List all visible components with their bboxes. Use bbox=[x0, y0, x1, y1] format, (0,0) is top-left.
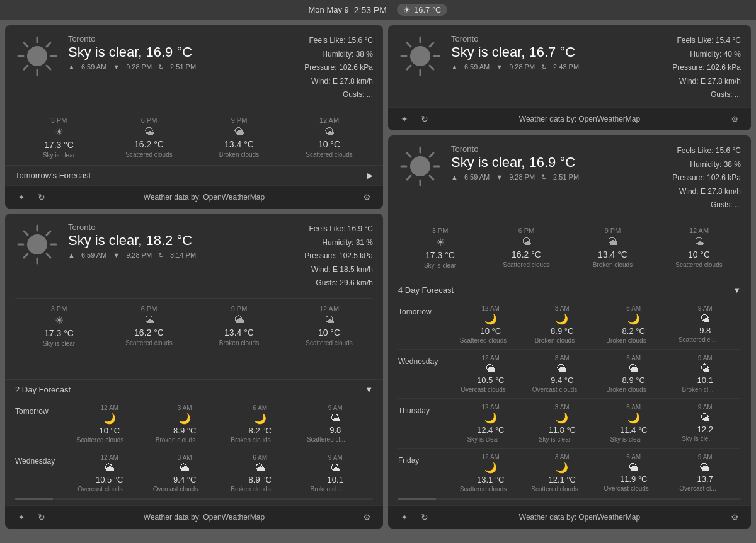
forecast-temp: 13.4 °C bbox=[571, 249, 655, 260]
slot-temp: 8.2 °C bbox=[598, 326, 670, 336]
forecast-icon: ☀ bbox=[398, 236, 482, 248]
widget-2-sunrise: 6:59 AM bbox=[464, 63, 490, 71]
refresh-button-4[interactable]: ↻ bbox=[35, 511, 48, 523]
slot-desc: Scattered cl... bbox=[298, 436, 355, 443]
day-slot: 6 AM 🌥 8.9 °C Broken clouds bbox=[222, 454, 298, 493]
slot-desc: Broken clouds bbox=[147, 437, 204, 443]
forecast-icon: 🌤 bbox=[484, 236, 568, 248]
widget-1-footer-text: Weather data by: OpenWeatherMap bbox=[144, 193, 265, 202]
svg-line-33 bbox=[430, 176, 433, 180]
forecast-icon: 🌥 bbox=[195, 314, 283, 326]
widget-4-footer-text: Weather data by: OpenWeatherMap bbox=[144, 513, 265, 522]
compass-button-2[interactable]: ✦ bbox=[398, 113, 411, 125]
widget-2-wind: Wind: E 27.8 km/h bbox=[672, 75, 741, 89]
compass-button-1[interactable]: ✦ bbox=[15, 191, 28, 203]
widget-3-day-forecast: Tomorrow 12 AM 🌙 10 °C Scattered clouds … bbox=[398, 300, 741, 498]
slot-time: 12 AM bbox=[455, 305, 527, 312]
widget-4-header: Toronto Sky is clear, 18.2 °C ▲ 6:59 AM … bbox=[15, 222, 373, 290]
widget-4-humidity: Humidity: 31 % bbox=[304, 236, 373, 250]
slot-desc: Sky is clear bbox=[598, 436, 655, 443]
slot-desc: Scattered clouds bbox=[527, 486, 583, 493]
svg-line-5 bbox=[24, 43, 28, 47]
widget-4-condition: Sky is clear, 18.2 °C bbox=[68, 233, 295, 248]
slot-time: 3 AM bbox=[527, 355, 598, 362]
slot-time: 6 AM bbox=[222, 454, 298, 461]
widget-3-forecast-header[interactable]: 4 Day Forecast ▼ bbox=[398, 285, 741, 295]
widget-1-footer-left: ✦ ↻ bbox=[15, 191, 48, 203]
slot-temp: 11.4 °C bbox=[598, 425, 670, 435]
widget-3-body: Toronto Sky is clear, 16.9 °C ▲ 6:59 AM … bbox=[388, 135, 751, 280]
svg-line-32 bbox=[407, 153, 411, 157]
slot-desc: Broken clouds bbox=[598, 337, 655, 344]
slot-temp: 11.9 °C bbox=[598, 474, 670, 484]
slot-desc: Broken clouds bbox=[527, 337, 583, 344]
forecast-time: 9 PM bbox=[571, 227, 655, 234]
slot-temp: 11.8 °C bbox=[527, 425, 598, 435]
day-label: Wednesday bbox=[398, 355, 455, 366]
sunset-icon-3: ▼ bbox=[496, 173, 503, 181]
slot-temp: 9.4 °C bbox=[527, 375, 598, 385]
settings-button-2[interactable]: ⚙ bbox=[728, 113, 741, 125]
settings-button-3[interactable]: ⚙ bbox=[728, 511, 741, 523]
compass-button-3[interactable]: ✦ bbox=[398, 511, 411, 523]
svg-line-7 bbox=[47, 43, 50, 47]
day-label: Tomorrow bbox=[15, 404, 72, 416]
svg-point-27 bbox=[410, 156, 430, 176]
forecast-temp: 10 °C bbox=[285, 328, 373, 338]
slot-time: 3 AM bbox=[527, 404, 598, 411]
slot-desc: Sky is clear bbox=[527, 436, 583, 443]
day-slot: 9 AM 🌤 12.2 Sky is cle... bbox=[670, 404, 742, 442]
settings-button-1[interactable]: ⚙ bbox=[360, 191, 373, 203]
sun-icon-4 bbox=[15, 222, 59, 266]
svg-line-14 bbox=[24, 231, 28, 235]
day-slot: 3 AM 🌙 11.8 °C Sky is clear bbox=[527, 404, 598, 443]
scrollbar-thumb-4[interactable] bbox=[15, 498, 53, 500]
widget-4-forecast-section: 2 Day Forecast ▼ Tomorrow 12 AM 🌙 10 °C … bbox=[5, 379, 383, 498]
slot-time: 9 AM bbox=[298, 404, 374, 411]
widget-4-updated: 3:14 PM bbox=[170, 251, 196, 260]
refresh-button-1[interactable]: ↻ bbox=[35, 191, 48, 203]
forecast-item: 3 PM ☀ 17.3 °C Sky is clear bbox=[15, 305, 103, 347]
day-slot: 6 AM 🌙 8.2 °C Broken clouds bbox=[222, 404, 298, 443]
day-slot: 12 AM 🌥 10.5 °C Overcast clouds bbox=[72, 454, 147, 493]
slot-time: 9 AM bbox=[670, 355, 742, 362]
forecast-desc: Scattered clouds bbox=[285, 151, 373, 158]
slot-icon: 🌙 bbox=[598, 412, 670, 424]
day-label: Tomorrow bbox=[398, 305, 455, 316]
forecast-icon: 🌥 bbox=[195, 126, 283, 137]
svg-line-25 bbox=[430, 43, 433, 47]
settings-button-4[interactable]: ⚙ bbox=[360, 511, 373, 523]
slot-icon: 🌙 bbox=[147, 413, 223, 425]
slot-time: 12 AM bbox=[72, 404, 147, 411]
widget-1-sunset: 9:28 PM bbox=[126, 63, 152, 71]
refresh-button-2[interactable]: ↻ bbox=[418, 113, 431, 125]
svg-line-23 bbox=[407, 43, 411, 47]
day-label: Wednesday bbox=[15, 454, 72, 466]
slot-icon: 🌙 bbox=[527, 313, 598, 325]
widget-1-condition: Sky is clear, 16.9 °C bbox=[68, 45, 295, 60]
svg-line-17 bbox=[24, 254, 28, 258]
day-forecast-row: Wednesday 12 AM 🌥 10.5 °C Overcast cloud… bbox=[15, 449, 373, 498]
forecast-item: 9 PM 🌥 13.4 °C Broken clouds bbox=[571, 227, 655, 269]
widget-1-tomorrow-header[interactable]: Tomorrow's Forecast ▶ bbox=[15, 171, 373, 180]
compass-button-4[interactable]: ✦ bbox=[15, 511, 28, 523]
widget-4-footer: ✦ ↻ Weather data by: OpenWeatherMap ⚙ bbox=[5, 505, 383, 529]
slot-temp: 10 °C bbox=[72, 426, 147, 435]
slot-temp: 10.5 °C bbox=[72, 475, 147, 484]
widget-4-forecast-header[interactable]: 2 Day Forecast ▼ bbox=[15, 385, 373, 394]
scrollbar-thumb-3[interactable] bbox=[398, 498, 436, 500]
slot-time: 9 AM bbox=[670, 305, 742, 312]
refresh-button-3[interactable]: ↻ bbox=[418, 511, 431, 523]
slot-desc: Scattered clouds bbox=[455, 337, 512, 344]
widget-1-tomorrow-section[interactable]: Tomorrow's Forecast ▶ bbox=[5, 165, 383, 185]
widget-4-sun-times: ▲ 6:59 AM ▼ 9:28 PM ↻ 3:14 PM bbox=[68, 251, 295, 260]
forecast-icon: ☀ bbox=[15, 126, 103, 138]
right-column: Toronto Sky is clear, 16.7 °C ▲ 6:59 AM … bbox=[388, 25, 751, 529]
slot-icon: 🌤 bbox=[298, 413, 374, 424]
svg-line-24 bbox=[430, 66, 433, 69]
svg-line-16 bbox=[47, 231, 50, 235]
slot-temp: 8.9 °C bbox=[527, 326, 598, 336]
slot-desc: Sky is cle... bbox=[670, 435, 726, 442]
forecast-icon: 🌥 bbox=[571, 236, 655, 248]
widget-3-header: Toronto Sky is clear, 16.9 °C ▲ 6:59 AM … bbox=[398, 144, 741, 212]
